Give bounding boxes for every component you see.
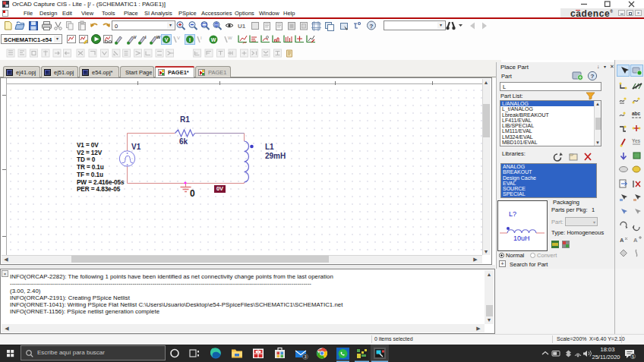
svg-text:Yes: Yes <box>632 138 641 143</box>
svg-text:I: I <box>145 35 147 39</box>
svg-text:A: A <box>633 237 638 244</box>
svg-text:U1: U1 <box>238 23 246 30</box>
svg-text:W: W <box>228 36 232 40</box>
svg-text:I: I <box>189 37 191 42</box>
svg-text:W: W <box>156 35 161 39</box>
svg-text:A: A <box>620 237 624 244</box>
svg-text:I: I <box>200 36 202 40</box>
svg-text:5: 5 <box>632 354 634 359</box>
svg-text:?: ? <box>370 23 374 30</box>
svg-text:3: 3 <box>304 354 306 359</box>
svg-text:V: V <box>134 35 137 39</box>
svg-text:?: ? <box>591 73 595 80</box>
svg-text:abc: abc <box>632 111 641 116</box>
svg-text:W: W <box>211 37 216 42</box>
svg-text:V: V <box>177 36 180 40</box>
svg-text:V: V <box>165 37 169 42</box>
